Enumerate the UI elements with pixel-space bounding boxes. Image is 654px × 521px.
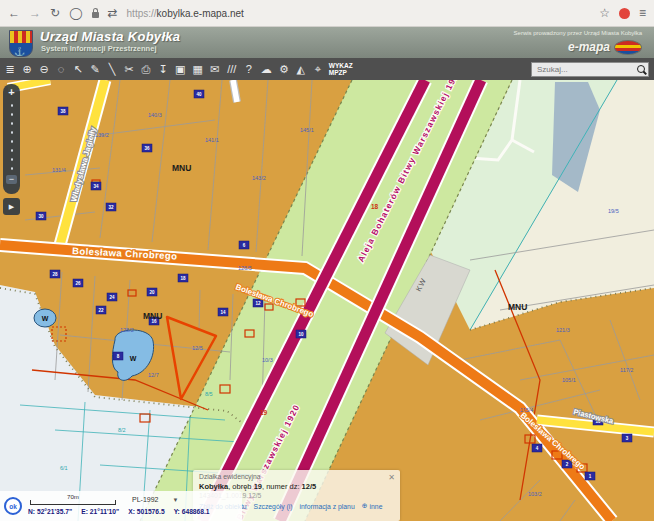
building-marker[interactable]: 18 xyxy=(178,274,188,282)
building-marker[interactable]: 3 xyxy=(622,434,632,442)
url-bar[interactable]: https://kobylka.e-mapa.net xyxy=(127,8,591,19)
help-icon[interactable]: ? xyxy=(244,64,254,75)
clip-icon[interactable]: ✂ xyxy=(124,64,134,75)
parcel-label: 12/5 xyxy=(192,345,203,351)
parcel-label: 121/3 xyxy=(556,327,570,333)
building-marker[interactable]: 14 xyxy=(218,308,228,316)
settings-icon[interactable]: ⚙ xyxy=(279,64,289,75)
url-scheme: https:// xyxy=(127,8,157,19)
message-icon[interactable]: ✉ xyxy=(210,64,220,75)
zoom-track[interactable] xyxy=(9,101,15,173)
crs-value: PL-1992 xyxy=(132,496,158,503)
building-marker[interactable]: 30 xyxy=(36,212,46,220)
service-note: Serwis prowadzony przez Urząd Miasta Kob… xyxy=(514,30,642,36)
parcel-label: 103/2 xyxy=(528,491,542,497)
building-marker[interactable]: 40 xyxy=(194,90,204,98)
export-view-icon[interactable]: ▣ xyxy=(175,64,185,75)
draw-line-icon[interactable]: ╲ xyxy=(107,64,117,75)
building-marker[interactable]: 26 xyxy=(73,279,83,287)
search-icon[interactable] xyxy=(637,65,645,73)
cloud-icon[interactable]: ☁ xyxy=(261,64,272,75)
building-marker[interactable]: 28 xyxy=(50,270,60,278)
table-icon[interactable]: ▦ xyxy=(192,64,202,75)
parcel-label: 105/1 xyxy=(562,377,576,383)
zoom-slider: + − xyxy=(3,84,20,194)
wykaz-line1: WYKAZ xyxy=(329,62,353,69)
svg-text:20: 20 xyxy=(149,290,155,295)
building-marker[interactable]: 24 xyxy=(107,293,117,301)
building-marker[interactable]: 38 xyxy=(58,107,68,115)
scale-bar: 70m xyxy=(30,493,116,505)
ok-badge[interactable]: ok xyxy=(4,497,22,515)
building-marker[interactable]: 4 xyxy=(532,444,542,452)
parcel-label: 143/2 xyxy=(252,175,266,181)
crs-select[interactable]: PL-1992▼ xyxy=(132,496,178,503)
building-marker[interactable]: 20 xyxy=(147,288,157,296)
zone-label-mnu: MNU xyxy=(172,163,191,173)
back-icon[interactable]: ← xyxy=(8,7,20,19)
coordinate-readout: N: 52°21'35.7" E: 21°11'10" X: 501576.5 … xyxy=(28,508,210,515)
parcel-label: 18 xyxy=(371,203,379,210)
status-bar: ok 70m PL-1992▼ N: 52°21'35.7" E: 21°11'… xyxy=(0,491,242,521)
parcel-label: 10/3 xyxy=(262,357,273,363)
extension-badge-icon[interactable] xyxy=(619,8,630,19)
scale-bracket xyxy=(30,500,116,505)
building-marker[interactable]: 10 xyxy=(296,330,306,338)
wykaz-line2: MPZP xyxy=(329,69,353,76)
zoom-in-icon[interactable]: ⊕ xyxy=(22,64,32,75)
info-link[interactable]: informacja z planu xyxy=(300,502,355,510)
panel-expand-button[interactable]: ▶ xyxy=(3,198,20,215)
emapa-logo-text[interactable]: e-mapa xyxy=(568,40,610,54)
chevron-down-icon: ▼ xyxy=(172,497,178,503)
building-marker[interactable]: 6 xyxy=(239,241,249,249)
water-label: W xyxy=(130,355,137,362)
parcel-label: 141/1 xyxy=(205,137,219,143)
layers-icon[interactable]: ≣ xyxy=(5,64,15,75)
building-marker[interactable]: 8 xyxy=(113,352,123,360)
coord-e: E: 21°11'10" xyxy=(81,508,119,515)
search-input[interactable] xyxy=(535,64,637,75)
reload-icon[interactable]: ↻ xyxy=(50,7,60,19)
site-info-icon[interactable]: ◯ xyxy=(69,7,82,19)
parcel-label: 131/4 xyxy=(52,167,66,173)
coat-of-arms xyxy=(9,30,33,57)
building-marker[interactable]: 32 xyxy=(106,203,116,211)
parcel-label: 6/1 xyxy=(60,465,68,471)
identify-icon[interactable]: ✎ xyxy=(90,64,100,75)
close-icon[interactable]: ✕ xyxy=(388,473,395,482)
bookmark-star-icon[interactable]: ☆ xyxy=(599,7,610,19)
svg-text:18: 18 xyxy=(180,276,186,281)
coord-y: Y: 648868.1 xyxy=(174,508,210,515)
location-icon[interactable]: ⌖ xyxy=(313,64,323,75)
wykaz-mpzp-button[interactable]: WYKAZ MPZP xyxy=(329,62,353,77)
svg-text:28: 28 xyxy=(52,272,58,277)
building-marker[interactable]: 1 xyxy=(585,472,595,480)
swap-icon[interactable]: ⇄ xyxy=(108,7,118,19)
svg-text:30: 30 xyxy=(38,214,44,219)
zoom-in-button[interactable]: + xyxy=(8,87,14,98)
select-area-icon[interactable]: ◌ xyxy=(56,64,66,75)
north-arrow-icon[interactable]: ◭ xyxy=(296,64,306,75)
info-link[interactable]: Szczegóły (i) xyxy=(254,502,293,510)
zoom-out-button[interactable]: − xyxy=(6,175,17,184)
map-canvas[interactable]: 4038363432302826242220181614121086421103… xyxy=(0,80,654,521)
svg-text:26: 26 xyxy=(75,281,81,286)
lock-icon xyxy=(92,12,99,18)
building-marker[interactable]: 34 xyxy=(91,182,101,190)
download-icon[interactable]: ↧ xyxy=(158,64,168,75)
print-icon[interactable]: ⎙ xyxy=(141,64,151,75)
svg-text:22: 22 xyxy=(98,308,104,313)
building-marker[interactable]: 22 xyxy=(96,306,106,314)
parcel-label: 145/1 xyxy=(300,127,314,133)
emapa-logo-icon xyxy=(614,40,642,55)
info-link[interactable]: ⊕inne xyxy=(362,502,383,510)
svg-text:36: 36 xyxy=(144,146,150,151)
forward-icon[interactable]: → xyxy=(29,7,41,19)
pointer-icon[interactable]: ↖ xyxy=(73,64,83,75)
menu-icon[interactable]: ≡ xyxy=(639,7,646,19)
building-marker[interactable]: 36 xyxy=(142,144,152,152)
browser-chrome: ← → ↻ ◯ ⇄ https://kobylka.e-mapa.net ☆ ≡ xyxy=(0,0,654,27)
zoom-out-icon[interactable]: ⊖ xyxy=(39,64,49,75)
measure-icon[interactable]: /// xyxy=(227,64,237,75)
svg-text:14: 14 xyxy=(220,310,226,315)
